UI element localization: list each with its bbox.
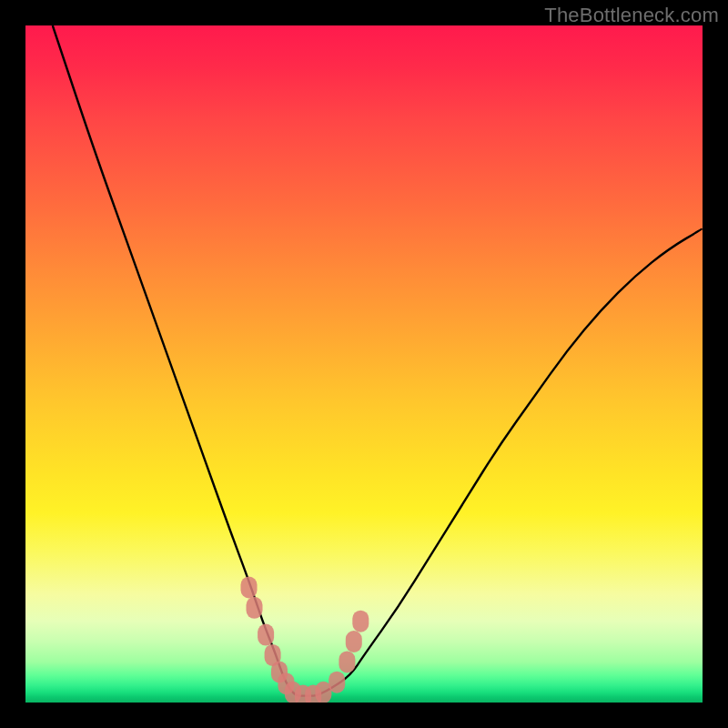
outer-frame: TheBottleneck.com	[0, 0, 728, 728]
curve-marker	[258, 624, 274, 646]
curve-marker	[247, 597, 263, 619]
watermark-text: TheBottleneck.com	[544, 4, 719, 27]
bottleneck-curve	[53, 25, 703, 696]
marker-group	[241, 577, 369, 703]
curve-marker	[339, 651, 355, 672]
plot-area	[25, 25, 703, 703]
curve-marker	[241, 577, 258, 599]
curve-marker	[329, 672, 345, 693]
curve-marker	[352, 611, 369, 632]
curve-layer	[25, 25, 703, 703]
curve-marker	[346, 631, 362, 652]
